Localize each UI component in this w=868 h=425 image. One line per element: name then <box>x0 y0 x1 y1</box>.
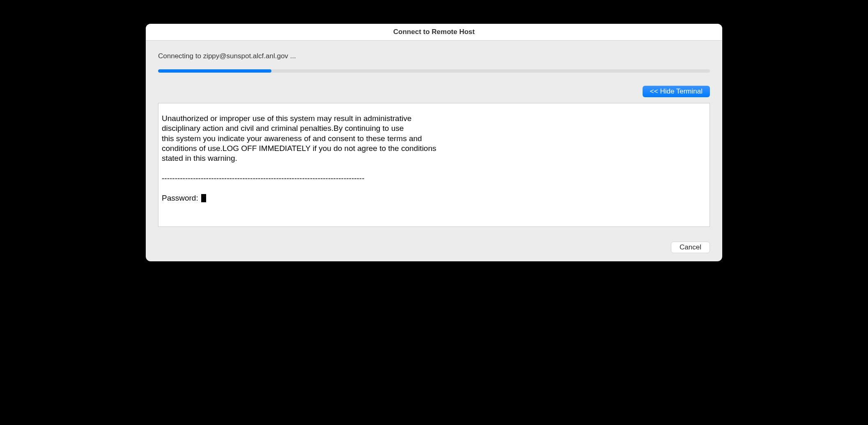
terminal-line: conditions of use.LOG OFF IMMEDIATELY if… <box>162 144 706 153</box>
terminal-container: this system,the user consents to such in… <box>146 103 722 227</box>
terminal-line <box>162 163 706 173</box>
terminal-line: stated in this warning. <box>162 153 706 163</box>
terminal-line <box>162 183 706 193</box>
progress-bar <box>158 69 710 73</box>
dialog-footer: Cancel <box>146 227 722 261</box>
connect-dialog: Connect to Remote Host Connecting to zip… <box>146 24 722 261</box>
terminal-toggle-row: << Hide Terminal <box>146 80 722 103</box>
password-prompt[interactable]: Password: <box>162 193 706 203</box>
terminal-line: ----------------------------------------… <box>162 174 706 183</box>
terminal-output[interactable]: this system,the user consents to such in… <box>158 103 710 227</box>
dialog-body: Connecting to zippy@sunspot.alcf.anl.gov… <box>146 41 722 261</box>
dialog-title: Connect to Remote Host <box>393 28 475 36</box>
status-text: Connecting to zippy@sunspot.alcf.anl.gov… <box>158 52 710 60</box>
status-section: Connecting to zippy@sunspot.alcf.anl.gov… <box>146 41 722 80</box>
terminal-line <box>162 104 706 114</box>
terminal-line: disciplinary action and civil and crimin… <box>162 123 706 133</box>
cursor-icon <box>201 194 206 202</box>
hide-terminal-button[interactable]: << Hide Terminal <box>643 86 710 97</box>
cancel-button[interactable]: Cancel <box>671 242 710 253</box>
dialog-titlebar: Connect to Remote Host <box>146 24 722 41</box>
progress-fill <box>158 69 271 73</box>
terminal-line: Unauthorized or improper use of this sys… <box>162 114 706 123</box>
terminal-line: this system you indicate your awareness … <box>162 134 706 144</box>
